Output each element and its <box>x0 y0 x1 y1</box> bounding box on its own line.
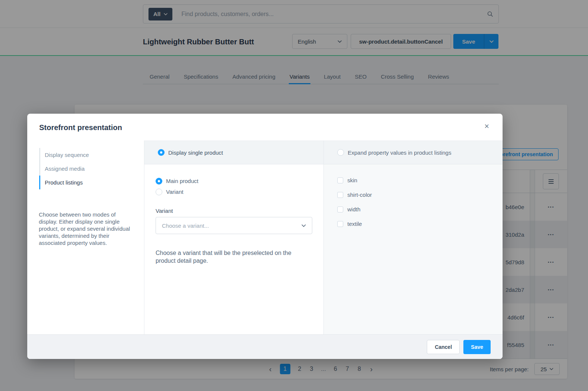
save-button[interactable]: Save <box>463 340 491 354</box>
radio-main-product[interactable]: Main product <box>156 176 312 186</box>
variant-field-label: Variant <box>156 208 312 214</box>
checkbox-label: skin <box>347 177 357 183</box>
modal-body: Display sequence Assigned media Product … <box>27 141 503 334</box>
single-product-options: Main product Variant Variant Choose a va… <box>144 164 323 276</box>
checkbox-label: width <box>347 206 360 212</box>
variant-select-placeholder: Choose a variant... <box>162 223 209 229</box>
chevron-down-icon <box>301 224 306 227</box>
mode-description: Choose between two modes of display. Eit… <box>39 211 134 246</box>
checkbox-textile[interactable]: textile <box>337 221 503 227</box>
checkbox-icon <box>337 192 343 198</box>
radio-display-single-product[interactable]: Display single product <box>144 141 323 164</box>
modal-nav: Display sequence Assigned media Product … <box>39 148 144 189</box>
radio-expand-property-values[interactable]: Expand property values in product listin… <box>324 141 503 164</box>
checkbox-label: shirt-color <box>347 192 372 198</box>
single-product-column: Display single product Main product Vari… <box>144 141 324 334</box>
nav-item-product-listings[interactable]: Product listings <box>39 176 144 189</box>
radio-icon <box>337 149 344 156</box>
modal-title: Storefront presentation <box>39 123 122 132</box>
radio-label: Expand property values in product listin… <box>348 149 451 156</box>
variant-help-text: Choose a variant that will be the presel… <box>156 249 309 265</box>
modal-sidebar: Display sequence Assigned media Product … <box>27 141 144 334</box>
checkbox-label: textile <box>347 221 362 227</box>
variant-select[interactable]: Choose a variant... <box>156 217 312 234</box>
close-icon[interactable]: × <box>482 122 491 131</box>
checkbox-skin[interactable]: skin <box>337 177 503 183</box>
radio-label: Main product <box>166 178 198 184</box>
expand-properties-column: Expand property values in product listin… <box>324 141 503 334</box>
radio-icon <box>156 189 162 195</box>
property-checkbox-list: skin shirt-color width textile <box>324 164 503 227</box>
cancel-button[interactable]: Cancel <box>427 340 460 354</box>
radio-variant[interactable]: Variant <box>156 186 312 197</box>
checkbox-shirt-color[interactable]: shirt-color <box>337 192 503 198</box>
nav-item-assigned-media[interactable]: Assigned media <box>39 162 144 176</box>
radio-label: Display single product <box>168 149 223 156</box>
checkbox-icon <box>337 221 343 227</box>
checkbox-icon <box>337 206 343 212</box>
radio-icon <box>158 149 165 156</box>
modal-footer: Cancel Save <box>27 334 503 359</box>
radio-icon <box>156 178 162 185</box>
checkbox-icon <box>337 177 343 183</box>
radio-label: Variant <box>166 189 183 195</box>
nav-item-display-sequence[interactable]: Display sequence <box>39 148 144 162</box>
checkbox-width[interactable]: width <box>337 206 503 212</box>
storefront-presentation-modal: Storefront presentation × Display sequen… <box>27 114 503 359</box>
